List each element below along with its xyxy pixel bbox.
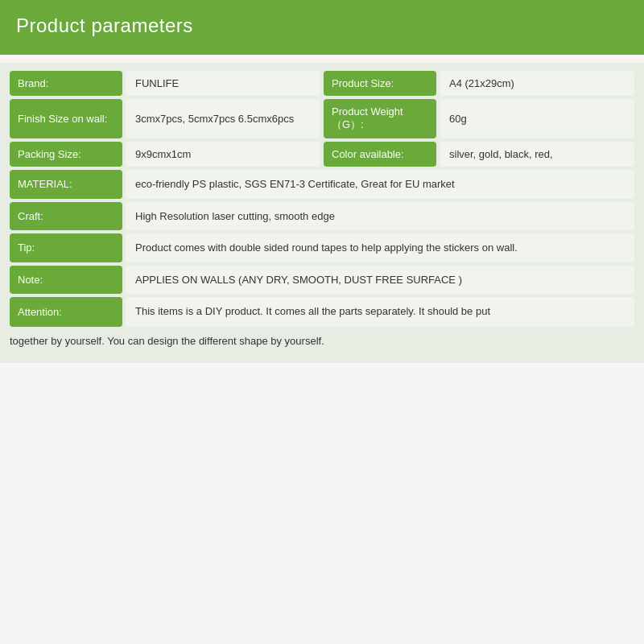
header: Product parameters: [0, 0, 644, 55]
value-craft: High Resolution laser cutting, smooth ed…: [126, 202, 634, 231]
label-craft: Craft:: [10, 202, 122, 231]
label-attention: Attention:: [10, 297, 122, 327]
value-packing-size: 9x9cmx1cm: [126, 142, 320, 167]
row-craft: Craft: High Resolution laser cutting, sm…: [10, 202, 634, 231]
attention-continuation: together by yourself. You can design the…: [10, 330, 634, 347]
row-material: MATERIAL: eco-friendly PS plastic, SGS E…: [10, 170, 634, 199]
label-tip: Tip:: [10, 233, 122, 262]
value-product-size: A4 (21x29cm): [440, 71, 634, 96]
label-packing-size: Packing Size:: [10, 142, 122, 167]
label-brand: Brand:: [10, 71, 122, 96]
value-tip: Product comes with double sided round ta…: [126, 233, 634, 262]
content-area: Brand: FUNLIFE Product Size: A4 (21x29cm…: [0, 63, 644, 363]
label-product-weight: Product Weight（G）:: [324, 99, 436, 138]
row-note: Note: APPLIES ON WALLS (ANY DRY, SMOOTH,…: [10, 266, 634, 295]
value-color-available: silver, gold, black, red,: [440, 142, 634, 167]
value-brand: FUNLIFE: [126, 71, 320, 96]
label-material: MATERIAL:: [10, 170, 122, 199]
value-note: APPLIES ON WALLS (ANY DRY, SMOOTH, DUST …: [126, 266, 634, 295]
label-product-size: Product Size:: [324, 71, 436, 96]
row-finish-size: Finish Size on wall: 3cmx7pcs, 5cmx7pcs …: [10, 99, 634, 138]
page-title: Product parameters: [16, 14, 628, 37]
value-material: eco-friendly PS plastic, SGS EN71-3 Cert…: [126, 170, 634, 199]
row-tip: Tip: Product comes with double sided rou…: [10, 233, 634, 262]
label-color-available: Color available:: [324, 142, 436, 167]
row-packing-size: Packing Size: 9x9cmx1cm Color available:…: [10, 142, 634, 167]
label-finish-size: Finish Size on wall:: [10, 99, 122, 138]
value-attention: This items is a DIY product. It comes al…: [126, 297, 634, 327]
value-finish-size: 3cmx7pcs, 5cmx7pcs 6.5cmx6pcs: [126, 99, 320, 138]
value-product-weight: 60g: [440, 99, 634, 138]
label-note: Note:: [10, 266, 122, 295]
row-brand: Brand: FUNLIFE Product Size: A4 (21x29cm…: [10, 71, 634, 96]
row-attention: Attention: This items is a DIY product. …: [10, 297, 634, 327]
